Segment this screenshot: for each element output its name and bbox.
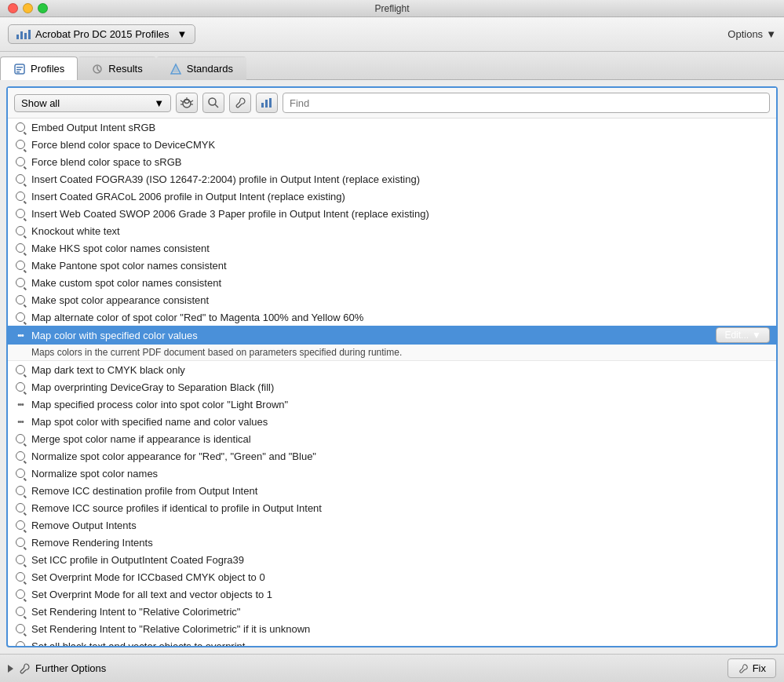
search-item-icon xyxy=(14,622,27,635)
list-item[interactable]: Map overprinting DeviceGray to Separatio… xyxy=(8,378,776,396)
svg-rect-2 xyxy=(16,69,21,71)
tab-profiles[interactable]: Profiles xyxy=(0,57,78,80)
search-item-icon xyxy=(14,121,27,133)
edit-button[interactable]: Edit...▼ xyxy=(716,327,770,343)
item-label: Map alternate color of spot color "Red" … xyxy=(31,312,363,323)
list-item[interactable]: Insert Coated GRACoL 2006 profile in Out… xyxy=(8,188,776,205)
find-input[interactable] xyxy=(283,93,770,113)
toolbar: Acrobat Pro DC 2015 Profiles ▼ Options ▼ xyxy=(0,17,784,52)
list-item[interactable]: •••Map spot color with specified name an… xyxy=(8,413,776,430)
search-item-icon xyxy=(14,536,27,549)
list-item[interactable]: Set ICC profile in OutputIntent Coated F… xyxy=(8,551,776,568)
list-item[interactable]: Make HKS spot color names consistent xyxy=(8,239,776,257)
tab-results-label: Results xyxy=(108,63,142,75)
search-item-icon xyxy=(14,207,27,220)
profiles-icon xyxy=(13,63,26,75)
search-item-icon xyxy=(14,381,27,393)
search-item-icon xyxy=(14,571,27,583)
minimize-button[interactable] xyxy=(23,3,33,13)
chart-icon-button[interactable] xyxy=(256,93,278,113)
search-item-icon xyxy=(14,294,27,306)
list-item[interactable]: Remove Output Intents xyxy=(8,516,776,534)
list-item[interactable]: Knockout white text xyxy=(8,222,776,239)
item-label: Remove ICC source profiles if identical … xyxy=(31,502,322,514)
item-label: Set Rendering Intent to "Relative Colori… xyxy=(31,623,310,635)
list-item[interactable]: Remove Rendering Intents xyxy=(8,534,776,551)
list-item[interactable]: Make spot color appearance consistent xyxy=(8,291,776,308)
close-button[interactable] xyxy=(8,3,18,13)
edit-label: Edit... xyxy=(724,330,749,341)
item-label: Map overprinting DeviceGray to Separatio… xyxy=(31,381,274,393)
list-item[interactable]: Set Rendering Intent to "Relative Colori… xyxy=(8,603,776,620)
tab-standards[interactable]: Standards xyxy=(156,57,246,80)
search-item-icon xyxy=(14,553,27,566)
profile-dropdown[interactable]: Acrobat Pro DC 2015 Profiles ▼ xyxy=(8,24,195,44)
fix-button[interactable]: Fix xyxy=(727,658,776,678)
item-label: Insert Coated GRACoL 2006 profile in Out… xyxy=(31,191,345,202)
search-icon-button[interactable] xyxy=(202,93,224,113)
items-list[interactable]: Embed Output Intent sRGBForce blend colo… xyxy=(8,119,776,646)
list-item[interactable]: •••Map color with specified color values… xyxy=(8,326,776,345)
search-item-icon xyxy=(14,173,27,185)
bar-chart-icon xyxy=(16,30,31,39)
further-options-label: Further Options xyxy=(35,662,106,674)
list-item[interactable]: Normalize spot color appearance for "Red… xyxy=(8,447,776,465)
list-item[interactable]: Map alternate color of spot color "Red" … xyxy=(8,308,776,326)
list-item[interactable]: Set all black text and vector objects to… xyxy=(8,637,776,646)
svg-point-16 xyxy=(209,98,216,105)
list-item[interactable]: Make Pantone spot color names consistent xyxy=(8,257,776,274)
search-item-icon xyxy=(14,432,27,445)
list-item[interactable]: •••Map specified process color into spot… xyxy=(8,396,776,413)
title-bar: Preflight xyxy=(0,0,784,17)
further-options-button[interactable]: Further Options xyxy=(8,662,106,675)
item-label: Make spot color appearance consistent xyxy=(31,294,209,306)
search-item-icon xyxy=(14,605,27,618)
item-description: Maps colors in the current PDF document … xyxy=(8,345,776,361)
list-item[interactable]: Set Overprint Mode for ICCbased CMYK obj… xyxy=(8,568,776,585)
item-label: Set Rendering Intent to "Relative Colori… xyxy=(31,606,240,618)
fix-label: Fix xyxy=(753,662,766,674)
search-item-icon xyxy=(14,155,27,168)
item-label: Normalize spot color appearance for "Red… xyxy=(31,450,316,462)
item-label: Map color with specified color values xyxy=(31,330,198,341)
search-item-icon xyxy=(14,588,27,600)
dots-item-icon: ••• xyxy=(14,398,27,410)
search-bar: Show all ▼ xyxy=(8,88,776,119)
list-item[interactable]: Set Rendering Intent to "Relative Colori… xyxy=(8,620,776,637)
list-item[interactable]: Force blend color space to sRGB xyxy=(8,153,776,170)
bug-icon-button[interactable] xyxy=(176,93,198,113)
list-item[interactable]: Embed Output Intent sRGB xyxy=(8,119,776,136)
list-item[interactable]: Normalize spot color names xyxy=(8,465,776,482)
tabs-bar: Profiles Results Standards xyxy=(0,52,784,80)
filter-dropdown[interactable]: Show all ▼ xyxy=(14,94,171,112)
list-item[interactable]: Map dark text to CMYK black only xyxy=(8,361,776,378)
dots-item-icon: ••• xyxy=(14,415,27,428)
item-label: Remove Rendering Intents xyxy=(31,537,153,549)
list-item[interactable]: Make custom spot color names consistent xyxy=(8,274,776,291)
search-item-icon xyxy=(14,190,27,202)
list-item[interactable]: Force blend color space to DeviceCMYK xyxy=(8,136,776,153)
svg-rect-18 xyxy=(261,103,264,108)
list-item[interactable]: Insert Coated FOGRA39 (ISO 12647-2:2004)… xyxy=(8,170,776,188)
search-item-icon xyxy=(14,501,27,514)
tab-results[interactable]: Results xyxy=(78,57,155,80)
window-controls[interactable] xyxy=(8,3,48,13)
search-item-icon xyxy=(14,363,27,376)
list-item[interactable]: Insert Web Coated SWOP 2006 Grade 3 Pape… xyxy=(8,205,776,222)
filter-value: Show all xyxy=(21,97,60,109)
list-item[interactable]: Set Overprint Mode for all text and vect… xyxy=(8,585,776,603)
item-label: Map spot color with specified name and c… xyxy=(31,416,268,428)
options-button[interactable]: Options ▼ xyxy=(727,28,776,40)
list-item[interactable]: Remove ICC source profiles if identical … xyxy=(8,499,776,516)
list-item[interactable]: Remove ICC destination profile from Outp… xyxy=(8,482,776,499)
search-item-icon xyxy=(14,242,27,254)
search-item-icon xyxy=(14,519,27,531)
item-label: Map dark text to CMYK black only xyxy=(31,364,185,376)
item-label: Normalize spot color names xyxy=(31,468,158,480)
dots-item-icon: ••• xyxy=(14,329,27,341)
maximize-button[interactable] xyxy=(38,3,48,13)
item-label: Embed Output Intent sRGB xyxy=(31,122,155,133)
wrench-icon-button[interactable] xyxy=(229,93,251,113)
list-item[interactable]: Merge spot color name if appearance is i… xyxy=(8,430,776,447)
item-label: Remove Output Intents xyxy=(31,520,137,531)
